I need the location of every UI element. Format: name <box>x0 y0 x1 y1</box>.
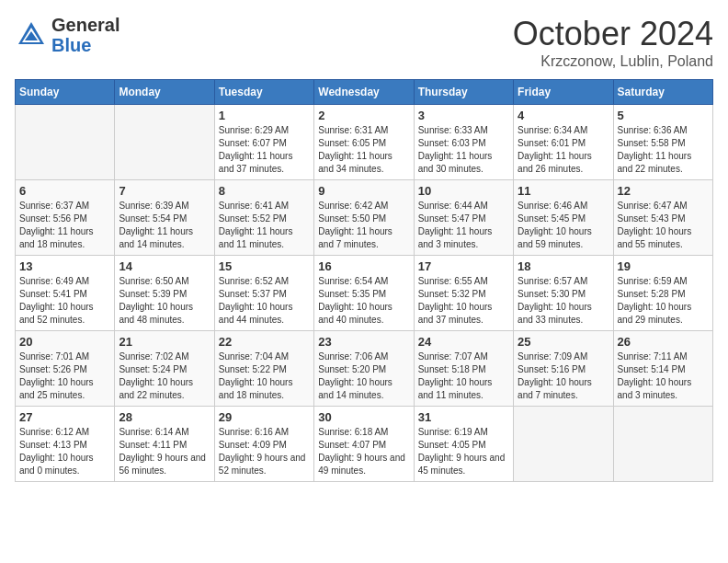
day-of-week-header: Sunday <box>16 80 115 105</box>
calendar-cell: 10Sunrise: 6:44 AMSunset: 5:47 PMDayligh… <box>414 180 513 256</box>
calendar-cell <box>16 105 115 180</box>
day-number: 25 <box>518 335 609 349</box>
calendar-cell: 9Sunrise: 6:42 AMSunset: 5:50 PMDaylight… <box>314 180 414 256</box>
day-number: 30 <box>318 410 409 424</box>
day-number: 13 <box>19 259 110 273</box>
calendar-cell <box>115 105 214 180</box>
day-info: Sunrise: 6:39 AMSunset: 5:54 PMDaylight:… <box>119 200 210 251</box>
calendar-cell: 21Sunrise: 7:02 AMSunset: 5:24 PMDayligh… <box>115 331 214 407</box>
calendar-cell <box>613 407 712 482</box>
logo-text: General Blue <box>51 15 119 55</box>
calendar-cell: 3Sunrise: 6:33 AMSunset: 6:03 PMDaylight… <box>414 105 513 180</box>
day-number: 11 <box>518 184 609 198</box>
day-info: Sunrise: 6:50 AMSunset: 5:39 PMDaylight:… <box>119 275 210 327</box>
day-info: Sunrise: 6:36 AMSunset: 5:58 PMDaylight:… <box>618 124 709 176</box>
calendar-cell: 7Sunrise: 6:39 AMSunset: 5:54 PMDaylight… <box>115 180 214 256</box>
day-info: Sunrise: 7:07 AMSunset: 5:18 PMDaylight:… <box>418 350 509 402</box>
day-number: 6 <box>19 184 110 198</box>
calendar-cell: 16Sunrise: 6:54 AMSunset: 5:35 PMDayligh… <box>314 256 414 331</box>
day-number: 17 <box>418 259 509 273</box>
logo-general: General <box>51 15 119 35</box>
day-of-week-header: Tuesday <box>214 80 313 105</box>
day-info: Sunrise: 6:14 AMSunset: 4:11 PMDaylight:… <box>119 426 210 477</box>
calendar-body: 1Sunrise: 6:29 AMSunset: 6:07 PMDaylight… <box>16 105 713 482</box>
day-number: 3 <box>418 109 509 122</box>
day-number: 29 <box>219 410 310 424</box>
calendar-cell: 17Sunrise: 6:55 AMSunset: 5:32 PMDayligh… <box>414 256 513 331</box>
day-info: Sunrise: 6:16 AMSunset: 4:09 PMDaylight:… <box>219 426 310 477</box>
day-info: Sunrise: 6:47 AMSunset: 5:43 PMDaylight:… <box>618 200 709 251</box>
calendar-header-row: SundayMondayTuesdayWednesdayThursdayFrid… <box>16 80 713 105</box>
calendar-cell: 30Sunrise: 6:18 AMSunset: 4:07 PMDayligh… <box>314 407 414 482</box>
calendar-cell: 12Sunrise: 6:47 AMSunset: 5:43 PMDayligh… <box>613 180 712 256</box>
calendar-cell: 19Sunrise: 6:59 AMSunset: 5:28 PMDayligh… <box>613 256 712 331</box>
day-number: 21 <box>119 335 210 349</box>
day-info: Sunrise: 6:44 AMSunset: 5:47 PMDaylight:… <box>418 200 509 251</box>
day-info: Sunrise: 6:18 AMSunset: 4:07 PMDaylight:… <box>318 426 409 477</box>
day-number: 24 <box>418 335 509 349</box>
location-title: Krzczonow, Lublin, Poland <box>513 53 713 70</box>
calendar-cell: 13Sunrise: 6:49 AMSunset: 5:41 PMDayligh… <box>16 256 115 331</box>
day-info: Sunrise: 7:09 AMSunset: 5:16 PMDaylight:… <box>518 350 609 402</box>
day-number: 7 <box>119 184 210 198</box>
day-info: Sunrise: 6:41 AMSunset: 5:52 PMDaylight:… <box>219 200 310 251</box>
calendar-cell: 28Sunrise: 6:14 AMSunset: 4:11 PMDayligh… <box>115 407 214 482</box>
logo-blue: Blue <box>51 35 119 55</box>
day-info: Sunrise: 6:31 AMSunset: 6:05 PMDaylight:… <box>318 124 409 176</box>
calendar-cell: 8Sunrise: 6:41 AMSunset: 5:52 PMDaylight… <box>214 180 313 256</box>
day-info: Sunrise: 7:02 AMSunset: 5:24 PMDaylight:… <box>119 350 210 402</box>
day-info: Sunrise: 6:55 AMSunset: 5:32 PMDaylight:… <box>418 275 509 327</box>
calendar-week-row: 20Sunrise: 7:01 AMSunset: 5:26 PMDayligh… <box>16 331 713 407</box>
day-number: 20 <box>19 335 110 349</box>
day-info: Sunrise: 7:11 AMSunset: 5:14 PMDaylight:… <box>618 350 709 402</box>
calendar-cell: 11Sunrise: 6:46 AMSunset: 5:45 PMDayligh… <box>514 180 613 256</box>
calendar-cell: 2Sunrise: 6:31 AMSunset: 6:05 PMDaylight… <box>314 105 414 180</box>
day-info: Sunrise: 6:34 AMSunset: 6:01 PMDaylight:… <box>518 124 609 176</box>
calendar-cell: 26Sunrise: 7:11 AMSunset: 5:14 PMDayligh… <box>613 331 712 407</box>
calendar-cell: 29Sunrise: 6:16 AMSunset: 4:09 PMDayligh… <box>214 407 313 482</box>
calendar-table: SundayMondayTuesdayWednesdayThursdayFrid… <box>15 79 713 482</box>
day-of-week-header: Thursday <box>414 80 513 105</box>
calendar-cell <box>514 407 613 482</box>
calendar-cell: 5Sunrise: 6:36 AMSunset: 5:58 PMDaylight… <box>613 105 712 180</box>
day-number: 26 <box>618 335 709 349</box>
calendar-cell: 31Sunrise: 6:19 AMSunset: 4:05 PMDayligh… <box>414 407 513 482</box>
day-number: 22 <box>219 335 310 349</box>
calendar-cell: 18Sunrise: 6:57 AMSunset: 5:30 PMDayligh… <box>514 256 613 331</box>
day-number: 14 <box>119 259 210 273</box>
calendar-week-row: 13Sunrise: 6:49 AMSunset: 5:41 PMDayligh… <box>16 256 713 331</box>
day-number: 27 <box>19 410 110 424</box>
calendar-week-row: 27Sunrise: 6:12 AMSunset: 4:13 PMDayligh… <box>16 407 713 482</box>
header: General Blue October 2024 Krzczonow, Lub… <box>15 15 713 70</box>
day-number: 9 <box>318 184 409 198</box>
calendar-cell: 24Sunrise: 7:07 AMSunset: 5:18 PMDayligh… <box>414 331 513 407</box>
day-info: Sunrise: 6:52 AMSunset: 5:37 PMDaylight:… <box>219 275 310 327</box>
day-number: 28 <box>119 410 210 424</box>
day-info: Sunrise: 6:37 AMSunset: 5:56 PMDaylight:… <box>19 200 110 251</box>
calendar-cell: 27Sunrise: 6:12 AMSunset: 4:13 PMDayligh… <box>16 407 115 482</box>
calendar-cell: 20Sunrise: 7:01 AMSunset: 5:26 PMDayligh… <box>16 331 115 407</box>
day-info: Sunrise: 6:57 AMSunset: 5:30 PMDaylight:… <box>518 275 609 327</box>
day-number: 15 <box>219 259 310 273</box>
day-number: 5 <box>618 109 709 122</box>
day-number: 2 <box>318 109 409 122</box>
calendar-cell: 6Sunrise: 6:37 AMSunset: 5:56 PMDaylight… <box>16 180 115 256</box>
calendar-cell: 25Sunrise: 7:09 AMSunset: 5:16 PMDayligh… <box>514 331 613 407</box>
calendar-week-row: 6Sunrise: 6:37 AMSunset: 5:56 PMDaylight… <box>16 180 713 256</box>
day-info: Sunrise: 6:59 AMSunset: 5:28 PMDaylight:… <box>618 275 709 327</box>
calendar-cell: 23Sunrise: 7:06 AMSunset: 5:20 PMDayligh… <box>314 331 414 407</box>
day-number: 4 <box>518 109 609 122</box>
day-info: Sunrise: 6:19 AMSunset: 4:05 PMDaylight:… <box>418 426 509 477</box>
day-number: 10 <box>418 184 509 198</box>
day-of-week-header: Wednesday <box>314 80 414 105</box>
day-number: 19 <box>618 259 709 273</box>
day-info: Sunrise: 6:46 AMSunset: 5:45 PMDaylight:… <box>518 200 609 251</box>
day-info: Sunrise: 6:54 AMSunset: 5:35 PMDaylight:… <box>318 275 409 327</box>
day-info: Sunrise: 6:29 AMSunset: 6:07 PMDaylight:… <box>219 124 310 176</box>
calendar-cell: 22Sunrise: 7:04 AMSunset: 5:22 PMDayligh… <box>214 331 313 407</box>
day-number: 23 <box>318 335 409 349</box>
day-info: Sunrise: 7:04 AMSunset: 5:22 PMDaylight:… <box>219 350 310 402</box>
calendar-week-row: 1Sunrise: 6:29 AMSunset: 6:07 PMDaylight… <box>16 105 713 180</box>
day-number: 12 <box>618 184 709 198</box>
day-info: Sunrise: 6:42 AMSunset: 5:50 PMDaylight:… <box>318 200 409 251</box>
